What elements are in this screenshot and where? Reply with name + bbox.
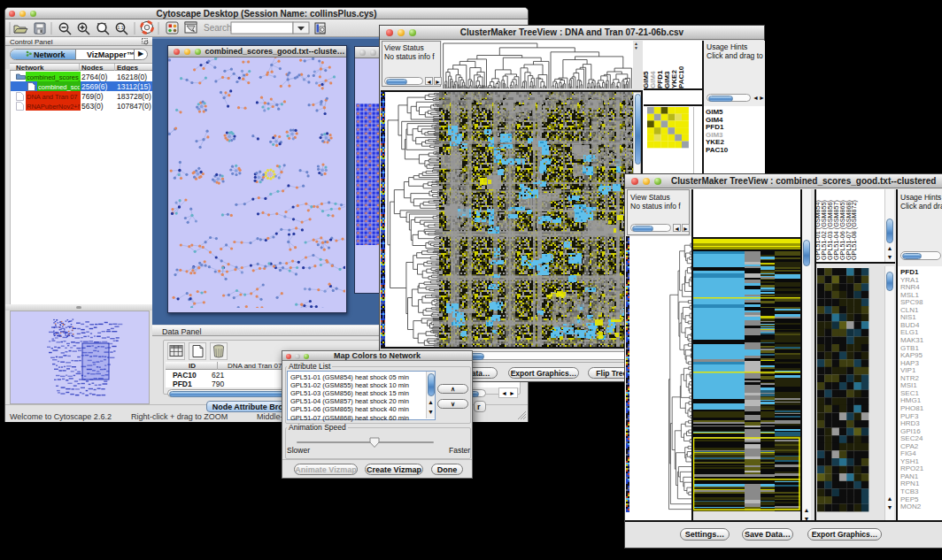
svg-text:Search:: Search:	[204, 23, 234, 33]
svg-text:PAC10: PAC10	[677, 65, 685, 88]
svg-text:GPL51-08 (GSM872): GPL51-08 (GSM872)	[850, 200, 858, 260]
svg-text:1:1: 1:1	[118, 25, 124, 30]
